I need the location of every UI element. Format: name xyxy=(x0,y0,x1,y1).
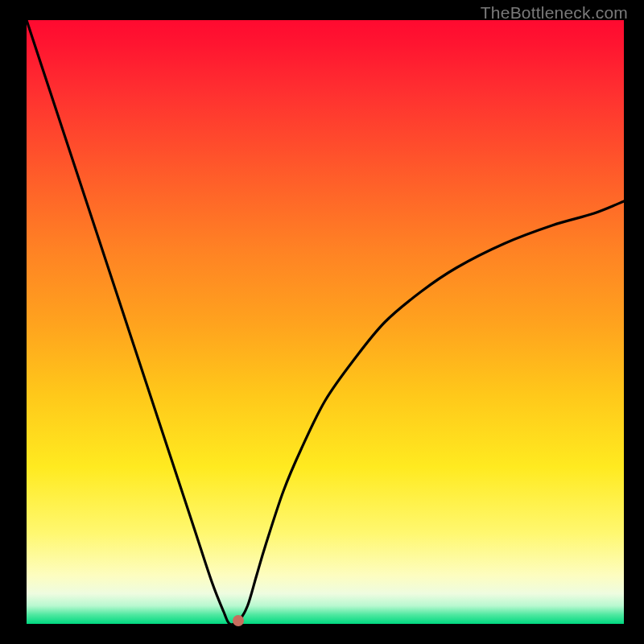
optimal-point-marker xyxy=(233,615,244,626)
bottleneck-curve xyxy=(27,20,624,624)
plot-area xyxy=(27,20,624,624)
chart-frame: TheBottleneck.com xyxy=(0,0,644,644)
curve-svg xyxy=(27,20,624,624)
